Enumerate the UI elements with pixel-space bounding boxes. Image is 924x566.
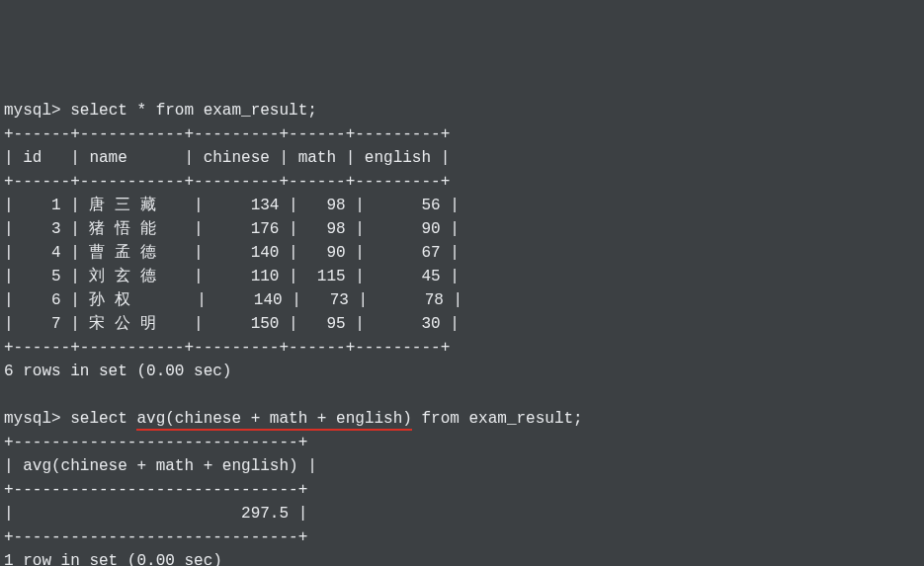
table-row: | 5 | 刘 玄 德 | 110 | 115 | 45 | [4,268,460,285]
table-border: +------------------------------+ [4,434,307,451]
sql-query: select * from exam_result; [70,102,317,120]
table-row: | 7 | 宋 公 明 | 150 | 95 | 30 | [4,315,460,333]
table-row: | 1 | 唐 三 藏 | 134 | 98 | 56 | [4,197,460,214]
table-row: | 6 | 孙 权 | 140 | 73 | 78 | [4,291,462,309]
table-header: | avg(chinese + math + english) | [4,457,317,475]
sql-query-pre: select [70,410,136,428]
rows-summary: 1 row in set (0.00 sec) [4,552,222,566]
sql-query-post: from exam_result; [412,410,583,428]
table-row: | 3 | 猪 悟 能 | 176 | 98 | 90 | [4,220,460,238]
table-border: +------+-----------+---------+------+---… [4,125,450,143]
table-border: +------------------------------+ [4,528,307,546]
sql-prompt: mysql> [4,410,70,428]
table-row: | 4 | 曹 孟 德 | 140 | 90 | 67 | [4,244,460,262]
table-border: +------+-----------+---------+------+---… [4,173,450,191]
table-border: +------+-----------+---------+------+---… [4,339,450,357]
sql-prompt: mysql> [4,102,70,120]
rows-summary: 6 rows in set (0.00 sec) [4,363,231,380]
table-row: | 297.5 | [4,505,307,523]
sql-query-underlined: avg(chinese + math + english) [136,410,411,431]
table-header: | id | name | chinese | math | english | [4,149,450,167]
table-border: +------------------------------+ [4,481,307,499]
